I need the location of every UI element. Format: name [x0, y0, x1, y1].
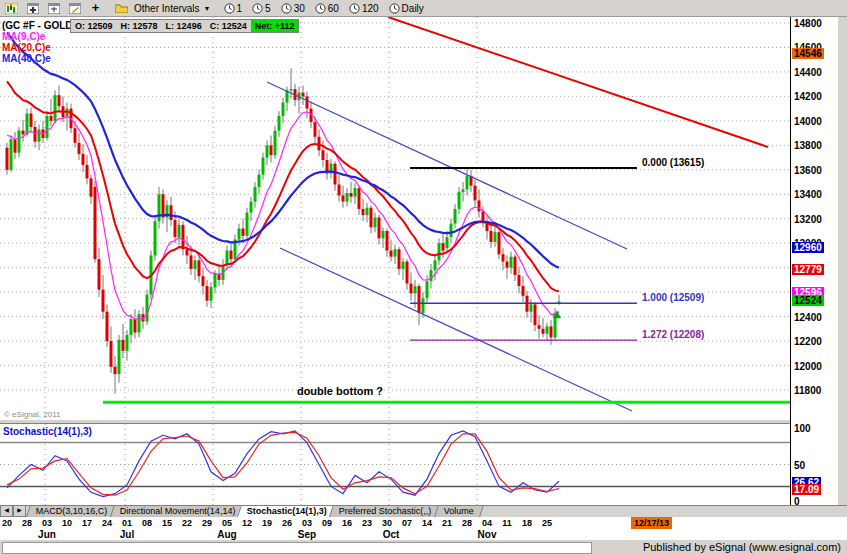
week-label: 18 — [522, 518, 532, 528]
double-bottom-annotation: double bottom ? — [270, 385, 410, 397]
price-badge-12779: 12779 — [792, 264, 824, 275]
interval-button-daily[interactable]: Daily — [384, 3, 429, 14]
right-margin — [838, 17, 847, 554]
interval-button-1[interactable]: 1 — [219, 3, 248, 14]
chevron-down-icon[interactable]: ▼ — [204, 5, 211, 12]
price-tick: 14200 — [794, 91, 822, 102]
status-bar: Published by eSignal (www.esignal.com) — [0, 540, 847, 554]
week-label: 20 — [2, 518, 12, 528]
price-tick: 13200 — [794, 214, 822, 225]
week-label: 25 — [542, 518, 552, 528]
stoch-badge-17.09: 17.09 — [792, 484, 821, 495]
toolbar-separator — [213, 1, 217, 15]
stoch-tick: 50 — [794, 460, 805, 471]
interval-label: 5 — [265, 3, 271, 14]
week-label: 08 — [142, 518, 152, 528]
main-chart-panel[interactable] — [0, 17, 790, 421]
ma-label-1: MA(20,C)e — [2, 42, 51, 53]
week-label: 29 — [202, 518, 212, 528]
week-label: 03 — [42, 518, 52, 528]
tab-directional-movement-14-14-[interactable]: Directional Movement(14,14) — [110, 505, 245, 517]
price-badge-12960: 12960 — [792, 242, 824, 253]
price-tick: 12000 — [794, 361, 822, 372]
add-icon[interactable]: + — [86, 0, 105, 16]
cursor-date-badge: 12/17/13 — [631, 517, 672, 529]
interval-label: Daily — [402, 3, 424, 14]
interval-button-5[interactable]: 5 — [247, 3, 276, 14]
week-label: 15 — [162, 518, 172, 528]
stoch-tick: 100 — [794, 423, 811, 434]
window-plus-icon — [27, 3, 39, 14]
toolbar: + Other Intervals ▼ 153060120Daily — [0, 0, 847, 17]
week-label: 09 — [322, 518, 332, 528]
interval-button-60[interactable]: 60 — [310, 3, 344, 14]
week-label: 30 — [382, 518, 392, 528]
chart-style-icon[interactable] — [2, 0, 21, 16]
ohlc-bar: O: 12509 H: 12578 L: 12496 C: 12524 Net:… — [70, 19, 299, 33]
month-label-sep: Sep — [298, 529, 316, 540]
low-value: L: 12496 — [162, 21, 206, 31]
week-label: 19 — [262, 518, 272, 528]
price-tick: 13600 — [794, 165, 822, 176]
clock-icon — [224, 3, 235, 14]
price-tick: 13400 — [794, 189, 822, 200]
price-tick: 14000 — [794, 116, 822, 127]
tab-stochastic-14-1-3-[interactable]: Stochastic(14(1),3) — [237, 505, 337, 517]
interval-label: 1 — [237, 3, 243, 14]
interval-button-120[interactable]: 120 — [344, 3, 384, 14]
duplicate-window-icon[interactable] — [44, 0, 63, 16]
week-label: 22 — [182, 518, 192, 528]
tab-scroll-right-button[interactable]: ▶ — [13, 505, 26, 517]
clock-icon — [252, 3, 263, 14]
window-copy-icon — [48, 3, 60, 14]
tab-volume[interactable]: Volume — [434, 505, 484, 517]
month-label-jul: Jul — [120, 529, 134, 540]
interval-button-30[interactable]: 30 — [276, 3, 310, 14]
price-tick: 14400 — [794, 67, 822, 78]
stochastic-chart[interactable] — [0, 424, 790, 505]
close-value: C: 12524 — [206, 21, 251, 31]
week-label: 23 — [362, 518, 372, 528]
tab-scroll-left-button[interactable]: ◀ — [0, 505, 13, 517]
window-edit-icon — [69, 3, 81, 14]
tab-preferred-stochastic-[interactable]: Preferred Stochastic(,,) — [329, 505, 441, 517]
month-label-oct: Oct — [383, 529, 400, 540]
candlestick-chart[interactable] — [0, 17, 790, 421]
ma-label-2: MA(40,C)e — [2, 53, 51, 64]
intervals-folder-icon[interactable] — [113, 0, 130, 16]
week-label: 28 — [22, 518, 32, 528]
new-window-icon[interactable] — [23, 0, 42, 16]
week-label: 01 — [122, 518, 132, 528]
week-label: 24 — [102, 518, 112, 528]
toolbar-separator — [107, 1, 111, 15]
week-label: 07 — [402, 518, 412, 528]
month-label-nov: Nov — [478, 529, 497, 540]
study-tab-bar: ◀ ▶ MACD(3,10,16,C)Directional Movement(… — [0, 505, 847, 517]
price-tick: 12200 — [794, 336, 822, 347]
date-axis: 2028031017240108152229051219260309162330… — [0, 517, 847, 529]
net-change-badge: Net: +112 — [251, 20, 299, 32]
price-badge-12524: 12524 — [792, 295, 824, 306]
week-label: 28 — [462, 518, 472, 528]
high-value: H: 12578 — [117, 21, 162, 31]
stochastic-panel[interactable] — [0, 424, 790, 505]
month-label-jun: Jun — [38, 529, 56, 540]
folder-icon — [115, 3, 128, 13]
ma-label-0: MA(9,C)e — [2, 31, 45, 42]
interval-label: 120 — [362, 3, 379, 14]
price-tick: 12400 — [794, 312, 822, 323]
week-label: 11 — [502, 518, 512, 528]
other-intervals-label[interactable]: Other Intervals — [132, 3, 202, 14]
week-label: 16 — [342, 518, 352, 528]
interval-buttons: 153060120Daily — [219, 3, 429, 14]
week-label: 26 — [282, 518, 292, 528]
published-by-text: Published by eSignal (www.esignal.com) — [643, 541, 841, 553]
tab-macd-3-10-16-c-[interactable]: MACD(3,10,16,C) — [26, 505, 117, 517]
clock-icon — [349, 3, 360, 14]
properties-icon[interactable] — [65, 0, 84, 16]
price-tick: 14800 — [794, 18, 822, 29]
stochastic-study-label: Stochastic(14(1),3) — [3, 426, 92, 437]
price-badge-14546: 14546 — [792, 48, 824, 59]
interval-label: 60 — [328, 3, 339, 14]
price-axis[interactable]: 1480014600144001420014000138001360013400… — [790, 17, 839, 505]
